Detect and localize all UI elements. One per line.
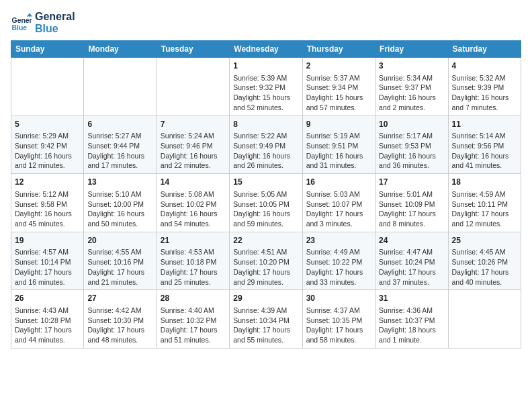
logo: General Blue General Blue — [11, 11, 75, 35]
calendar-cell: 31Sunrise: 4:36 AM Sunset: 10:37 PM Dayl… — [375, 290, 448, 349]
cell-details: Sunrise: 5:08 AM Sunset: 10:02 PM Daylig… — [161, 189, 226, 229]
header-friday: Friday — [375, 41, 448, 58]
calendar-cell: 1Sunrise: 5:39 AM Sunset: 9:32 PM Daylig… — [230, 58, 302, 116]
cell-details: Sunrise: 5:24 AM Sunset: 9:46 PM Dayligh… — [161, 131, 226, 171]
cell-details: Sunrise: 4:55 AM Sunset: 10:16 PM Daylig… — [87, 247, 152, 287]
svg-marker-2 — [27, 13, 32, 17]
day-number: 14 — [161, 177, 226, 188]
cell-details: Sunrise: 5:32 AM Sunset: 9:39 PM Dayligh… — [452, 73, 517, 113]
calendar-cell: 6Sunrise: 5:27 AM Sunset: 9:44 PM Daylig… — [84, 116, 157, 174]
header-thursday: Thursday — [302, 41, 375, 58]
calendar-cell: 26Sunrise: 4:43 AM Sunset: 10:28 PM Dayl… — [11, 290, 84, 349]
day-number: 26 — [15, 293, 80, 304]
calendar-cell: 16Sunrise: 5:03 AM Sunset: 10:07 PM Dayl… — [302, 174, 375, 232]
day-number: 10 — [379, 119, 444, 130]
cell-details: Sunrise: 4:57 AM Sunset: 10:14 PM Daylig… — [15, 247, 80, 287]
calendar-cell: 3Sunrise: 5:34 AM Sunset: 9:37 PM Daylig… — [375, 58, 448, 116]
cell-details: Sunrise: 5:34 AM Sunset: 9:37 PM Dayligh… — [379, 73, 444, 113]
cell-details: Sunrise: 5:17 AM Sunset: 9:53 PM Dayligh… — [379, 131, 444, 171]
day-number: 11 — [452, 119, 517, 130]
logo-line1: General — [35, 11, 75, 23]
calendar-cell — [157, 58, 229, 116]
calendar-cell: 5Sunrise: 5:29 AM Sunset: 9:42 PM Daylig… — [11, 116, 84, 174]
cell-details: Sunrise: 4:40 AM Sunset: 10:32 PM Daylig… — [161, 306, 226, 345]
calendar-cell — [448, 290, 521, 349]
day-number: 2 — [306, 60, 371, 72]
day-number: 27 — [87, 293, 152, 304]
calendar-cell: 28Sunrise: 4:40 AM Sunset: 10:32 PM Dayl… — [157, 290, 229, 349]
cell-details: Sunrise: 5:05 AM Sunset: 10:05 PM Daylig… — [233, 189, 298, 229]
calendar-cell — [11, 58, 84, 116]
day-number: 24 — [379, 235, 444, 246]
cell-details: Sunrise: 4:51 AM Sunset: 10:20 PM Daylig… — [233, 247, 298, 287]
calendar-cell: 15Sunrise: 5:05 AM Sunset: 10:05 PM Dayl… — [230, 174, 302, 232]
cell-details: Sunrise: 5:03 AM Sunset: 10:07 PM Daylig… — [306, 189, 371, 229]
day-number: 19 — [15, 235, 80, 246]
day-number: 4 — [452, 60, 517, 72]
calendar-cell: 10Sunrise: 5:17 AM Sunset: 9:53 PM Dayli… — [375, 116, 448, 174]
day-number: 30 — [306, 293, 371, 304]
cell-details: Sunrise: 4:39 AM Sunset: 10:34 PM Daylig… — [233, 306, 298, 345]
cell-details: Sunrise: 4:36 AM Sunset: 10:37 PM Daylig… — [379, 306, 444, 345]
day-number: 12 — [15, 177, 80, 188]
calendar-cell: 25Sunrise: 4:45 AM Sunset: 10:26 PM Dayl… — [448, 232, 521, 290]
cell-details: Sunrise: 5:27 AM Sunset: 9:44 PM Dayligh… — [87, 131, 152, 171]
calendar-cell: 22Sunrise: 4:51 AM Sunset: 10:20 PM Dayl… — [230, 232, 302, 290]
header: General Blue General Blue — [11, 11, 521, 35]
calendar-cell: 21Sunrise: 4:53 AM Sunset: 10:18 PM Dayl… — [157, 232, 229, 290]
header-sunday: Sunday — [11, 41, 84, 58]
calendar-cell: 24Sunrise: 4:47 AM Sunset: 10:24 PM Dayl… — [375, 232, 448, 290]
day-number: 17 — [379, 177, 444, 188]
logo-line2: Blue — [35, 23, 75, 35]
calendar-cell: 9Sunrise: 5:19 AM Sunset: 9:51 PM Daylig… — [302, 116, 375, 174]
day-number: 18 — [452, 177, 517, 188]
calendar-cell — [84, 58, 157, 116]
cell-details: Sunrise: 4:37 AM Sunset: 10:35 PM Daylig… — [306, 306, 371, 345]
week-row-4: 26Sunrise: 4:43 AM Sunset: 10:28 PM Dayl… — [11, 290, 521, 349]
day-number: 5 — [15, 119, 80, 130]
day-number: 6 — [87, 119, 152, 130]
calendar-cell: 23Sunrise: 4:49 AM Sunset: 10:22 PM Dayl… — [302, 232, 375, 290]
cell-details: Sunrise: 4:59 AM Sunset: 10:11 PM Daylig… — [452, 189, 517, 229]
cell-details: Sunrise: 5:39 AM Sunset: 9:32 PM Dayligh… — [233, 73, 298, 113]
calendar-cell: 2Sunrise: 5:37 AM Sunset: 9:34 PM Daylig… — [302, 58, 375, 116]
calendar-cell: 14Sunrise: 5:08 AM Sunset: 10:02 PM Dayl… — [157, 174, 229, 232]
calendar-cell: 30Sunrise: 4:37 AM Sunset: 10:35 PM Dayl… — [302, 290, 375, 349]
cell-details: Sunrise: 4:53 AM Sunset: 10:18 PM Daylig… — [161, 247, 226, 287]
calendar-cell: 19Sunrise: 4:57 AM Sunset: 10:14 PM Dayl… — [11, 232, 84, 290]
header-wednesday: Wednesday — [230, 41, 302, 58]
day-number: 29 — [233, 293, 298, 304]
cell-details: Sunrise: 5:12 AM Sunset: 9:58 PM Dayligh… — [15, 189, 80, 229]
week-row-0: 1Sunrise: 5:39 AM Sunset: 9:32 PM Daylig… — [11, 58, 521, 116]
calendar-cell: 13Sunrise: 5:10 AM Sunset: 10:00 PM Dayl… — [84, 174, 157, 232]
cell-details: Sunrise: 4:42 AM Sunset: 10:30 PM Daylig… — [87, 306, 152, 345]
header-tuesday: Tuesday — [157, 41, 229, 58]
header-monday: Monday — [84, 41, 157, 58]
calendar-cell: 27Sunrise: 4:42 AM Sunset: 10:30 PM Dayl… — [84, 290, 157, 349]
svg-text:Blue: Blue — [12, 24, 28, 32]
cell-details: Sunrise: 5:37 AM Sunset: 9:34 PM Dayligh… — [306, 73, 371, 113]
calendar-cell: 18Sunrise: 4:59 AM Sunset: 10:11 PM Dayl… — [448, 174, 521, 232]
day-number: 20 — [87, 235, 152, 246]
day-number: 28 — [161, 293, 226, 304]
calendar-table: SundayMondayTuesdayWednesdayThursdayFrid… — [11, 40, 521, 349]
cell-details: Sunrise: 5:10 AM Sunset: 10:00 PM Daylig… — [87, 189, 152, 229]
day-number: 3 — [379, 60, 444, 72]
cell-details: Sunrise: 4:49 AM Sunset: 10:22 PM Daylig… — [306, 247, 371, 287]
week-row-3: 19Sunrise: 4:57 AM Sunset: 10:14 PM Dayl… — [11, 232, 521, 290]
day-number: 1 — [233, 60, 298, 72]
day-number: 16 — [306, 177, 371, 188]
calendar-cell: 4Sunrise: 5:32 AM Sunset: 9:39 PM Daylig… — [448, 58, 521, 116]
cell-details: Sunrise: 4:43 AM Sunset: 10:28 PM Daylig… — [15, 306, 80, 345]
day-number: 23 — [306, 235, 371, 246]
day-number: 22 — [233, 235, 298, 246]
day-number: 31 — [379, 293, 444, 304]
calendar-cell: 7Sunrise: 5:24 AM Sunset: 9:46 PM Daylig… — [157, 116, 229, 174]
week-row-2: 12Sunrise: 5:12 AM Sunset: 9:58 PM Dayli… — [11, 174, 521, 232]
day-number: 7 — [161, 119, 226, 130]
day-number: 8 — [233, 119, 298, 130]
cell-details: Sunrise: 5:01 AM Sunset: 10:09 PM Daylig… — [379, 189, 444, 229]
cell-details: Sunrise: 5:14 AM Sunset: 9:56 PM Dayligh… — [452, 131, 517, 171]
calendar-header-row: SundayMondayTuesdayWednesdayThursdayFrid… — [11, 41, 521, 58]
week-row-1: 5Sunrise: 5:29 AM Sunset: 9:42 PM Daylig… — [11, 116, 521, 174]
